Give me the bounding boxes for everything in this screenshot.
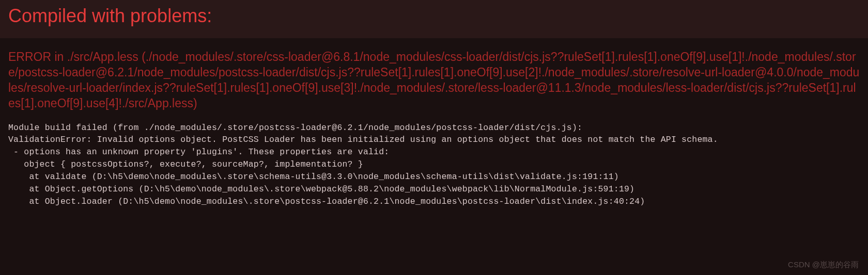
error-overlay-header: Compiled with problems: xyxy=(0,0,868,38)
overlay-title: Compiled with problems: xyxy=(8,5,860,27)
error-stack-trace: Module build failed (from ./node_modules… xyxy=(8,122,860,208)
error-heading: ERROR in ./src/App.less (./node_modules/… xyxy=(8,50,860,111)
watermark-text: CSDN @崽崽的谷雨 xyxy=(788,260,859,270)
error-overlay-body: ERROR in ./src/App.less (./node_modules/… xyxy=(0,38,868,208)
